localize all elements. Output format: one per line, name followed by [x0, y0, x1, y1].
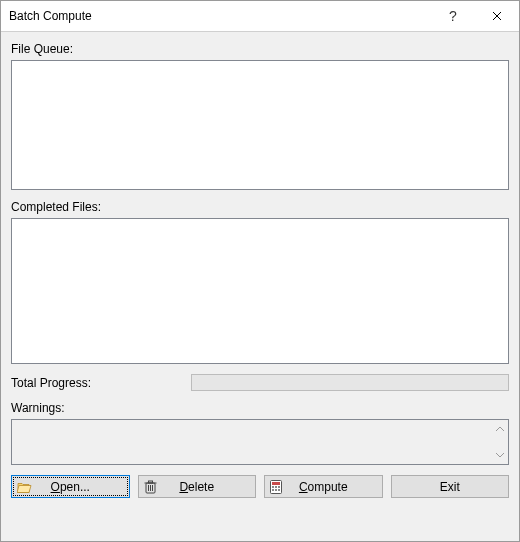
completed-files-listbox[interactable] — [11, 218, 509, 364]
warnings-textbox[interactable] — [11, 419, 509, 465]
dialog-body: File Queue: Completed Files: Total Progr… — [1, 32, 519, 541]
trash-icon — [144, 480, 157, 494]
compute-button-label: Compute — [265, 480, 382, 494]
close-icon — [492, 11, 502, 21]
svg-rect-4 — [148, 481, 152, 483]
scroll-down-icon[interactable] — [491, 447, 508, 464]
titlebar: Batch Compute ? — [1, 1, 519, 32]
svg-rect-13 — [272, 489, 274, 491]
folder-open-icon — [17, 480, 33, 493]
svg-rect-10 — [272, 486, 274, 488]
svg-rect-15 — [278, 489, 280, 491]
warnings-scrollbar[interactable] — [491, 420, 508, 464]
total-progress-bar — [191, 374, 509, 391]
progress-row: Total Progress: — [11, 374, 509, 391]
total-progress-label: Total Progress: — [11, 376, 91, 390]
scroll-up-icon[interactable] — [491, 420, 508, 437]
exit-button-label: Exit — [392, 480, 509, 494]
svg-rect-11 — [275, 486, 277, 488]
help-button[interactable]: ? — [431, 1, 475, 31]
file-queue-label: File Queue: — [11, 42, 509, 56]
dialog-window: Batch Compute ? File Queue: Completed Fi… — [0, 0, 520, 542]
svg-rect-12 — [278, 486, 280, 488]
help-icon: ? — [449, 8, 457, 24]
svg-rect-14 — [275, 489, 277, 491]
compute-button[interactable]: Compute — [264, 475, 383, 498]
open-button[interactable]: Open... — [11, 475, 130, 498]
warnings-label: Warnings: — [11, 401, 509, 415]
dialog-title: Batch Compute — [9, 9, 431, 23]
file-queue-listbox[interactable] — [11, 60, 509, 190]
delete-button[interactable]: Delete — [138, 475, 257, 498]
close-button[interactable] — [475, 1, 519, 31]
exit-button[interactable]: Exit — [391, 475, 510, 498]
completed-files-label: Completed Files: — [11, 200, 509, 214]
svg-rect-9 — [272, 482, 280, 485]
button-row: Open... Delete — [11, 475, 509, 498]
calculator-icon — [270, 480, 282, 494]
